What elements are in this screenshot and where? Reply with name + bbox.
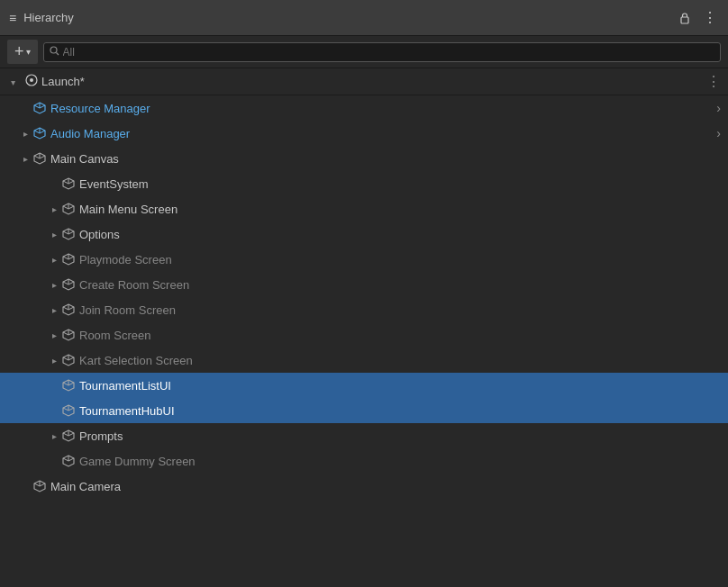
svg-line-2 [56, 53, 59, 56]
svg-line-51 [68, 383, 74, 385]
tree-item-main-camera[interactable]: Main Camera [0, 474, 728, 499]
svg-rect-0 [681, 17, 688, 23]
item-label-main-camera: Main Camera [50, 480, 121, 493]
svg-line-8 [34, 105, 40, 108]
svg-line-63 [68, 458, 74, 461]
cube-icon-game-dummy-screen [61, 454, 76, 468]
item-label-resource-manager: Resource Manager [50, 102, 150, 115]
svg-point-1 [50, 47, 57, 53]
hierarchy-panel: ≡ Hierarchy ⋮ + ▾ [0, 0, 728, 587]
tree-item-audio-manager[interactable]: ▸ Audio Manager› [0, 121, 728, 146]
expand-arrow-tournament-hub-ui [47, 403, 61, 418]
svg-line-28 [63, 231, 68, 234]
item-label-audio-manager: Audio Manager [50, 127, 130, 140]
tree-item-main-menu-screen[interactable]: ▸ Main Menu Screen [0, 196, 728, 221]
tree-item-create-room-screen[interactable]: ▸ Create Room Screen [0, 272, 728, 297]
expand-arrow-tournament-list-ui [47, 378, 61, 393]
tree-item-playmode-screen[interactable]: ▸ Playmode Screen [0, 247, 728, 272]
svg-line-11 [40, 131, 45, 133]
item-label-room-screen: Room Screen [79, 329, 150, 342]
item-label-create-room-screen: Create Room Screen [79, 278, 189, 292]
scene-expand-arrow: ▸ [7, 76, 22, 90]
expand-arrow-audio-manager: ▸ [18, 126, 32, 140]
expand-arrow-room-screen: ▸ [47, 328, 61, 342]
cube-icon-join-room-screen [61, 303, 76, 317]
add-button[interactable]: + ▾ [7, 40, 38, 64]
cube-icon-options [61, 227, 76, 241]
svg-line-32 [63, 257, 68, 259]
svg-line-48 [63, 357, 68, 360]
lock-icon[interactable] [676, 9, 694, 27]
svg-line-23 [68, 206, 74, 209]
tree-item-resource-manager[interactable]: Resource Manager› [0, 95, 728, 121]
toolbar: + ▾ [0, 36, 728, 68]
cube-icon-kart-selection-screen [61, 353, 76, 367]
add-chevron: ▾ [26, 47, 31, 57]
svg-line-47 [68, 357, 74, 360]
tree-item-join-room-screen[interactable]: ▸ Join Room Screen [0, 297, 728, 322]
svg-line-67 [40, 483, 45, 486]
svg-line-40 [63, 307, 68, 310]
item-label-kart-selection-screen: Kart Selection Screen [79, 354, 193, 367]
cube-icon-resource-manager [32, 101, 47, 115]
svg-line-16 [34, 156, 40, 158]
item-label-join-room-screen: Join Room Screen [79, 303, 176, 317]
item-label-tournament-hub-ui: TournamentHubUI [79, 404, 175, 418]
hamburger-icon: ≡ [9, 11, 16, 25]
svg-line-36 [63, 282, 68, 284]
add-label: + [14, 42, 24, 61]
expand-arrow-main-canvas: ▸ [18, 151, 32, 166]
svg-line-59 [68, 433, 74, 436]
svg-line-56 [63, 408, 68, 411]
svg-line-19 [68, 181, 74, 184]
scene-kebab-icon[interactable]: ⋮ [706, 73, 721, 90]
expand-arrow-resource-manager [18, 101, 32, 115]
row-arrow-resource-manager: › [716, 101, 721, 115]
cube-icon-playmode-screen [61, 252, 76, 266]
row-arrow-audio-manager: › [716, 126, 721, 140]
tree-item-options[interactable]: ▸ Options [0, 221, 728, 247]
expand-arrow-main-menu-screen: ▸ [47, 202, 61, 216]
item-label-options: Options [79, 228, 120, 241]
expand-arrow-main-camera [18, 479, 32, 493]
item-label-main-menu-screen: Main Menu Screen [79, 203, 177, 216]
tree-item-tournament-hub-ui[interactable]: TournamentHubUI [0, 398, 728, 423]
cube-icon-main-menu-screen [61, 202, 76, 216]
expand-arrow-playmode-screen: ▸ [47, 252, 61, 266]
cube-icon-create-room-screen [61, 277, 76, 292]
tree-item-kart-selection-screen[interactable]: ▸ Kart Selection Screen [0, 348, 728, 373]
expand-arrow-kart-selection-screen: ▸ [47, 353, 61, 367]
item-label-playmode-screen: Playmode Screen [79, 253, 172, 266]
cube-icon-event-system [61, 176, 76, 191]
tree-item-room-screen[interactable]: ▸ Room Screen [0, 322, 728, 348]
item-label-game-dummy-screen: Game Dummy Screen [79, 455, 196, 468]
item-label-tournament-list-ui: TournamentListUI [79, 379, 171, 393]
svg-line-20 [63, 181, 68, 184]
item-label-main-canvas: Main Canvas [50, 152, 119, 166]
more-options-icon[interactable]: ⋮ [701, 9, 719, 27]
expand-arrow-join-room-screen: ▸ [47, 303, 61, 317]
svg-line-15 [40, 156, 45, 158]
expand-arrow-game-dummy-screen [47, 454, 61, 468]
svg-line-35 [68, 282, 74, 284]
cube-icon-audio-manager [32, 126, 47, 140]
tree-item-prompts[interactable]: ▸ Prompts [0, 423, 728, 448]
cube-icon-main-canvas [32, 151, 47, 166]
tree-item-tournament-list-ui[interactable]: TournamentListUI [0, 373, 728, 398]
svg-line-64 [63, 458, 68, 461]
svg-line-68 [34, 483, 40, 486]
scene-row[interactable]: ▸ Launch* ⋮ [0, 68, 728, 95]
tree-item-game-dummy-screen[interactable]: Game Dummy Screen [0, 448, 728, 474]
panel-header: ≡ Hierarchy ⋮ [0, 0, 728, 36]
svg-line-27 [68, 231, 74, 234]
header-actions: ⋮ [676, 9, 719, 27]
panel-title: Hierarchy [23, 11, 669, 24]
svg-point-4 [30, 78, 33, 82]
tree-item-main-canvas[interactable]: ▸ Main Canvas [0, 146, 728, 171]
search-input[interactable] [63, 46, 714, 59]
expand-arrow-prompts: ▸ [47, 429, 61, 443]
item-label-event-system: EventSystem [79, 177, 149, 191]
svg-line-24 [63, 206, 68, 209]
tree-item-event-system[interactable]: EventSystem [0, 171, 728, 196]
cube-icon-tournament-hub-ui [61, 403, 76, 418]
